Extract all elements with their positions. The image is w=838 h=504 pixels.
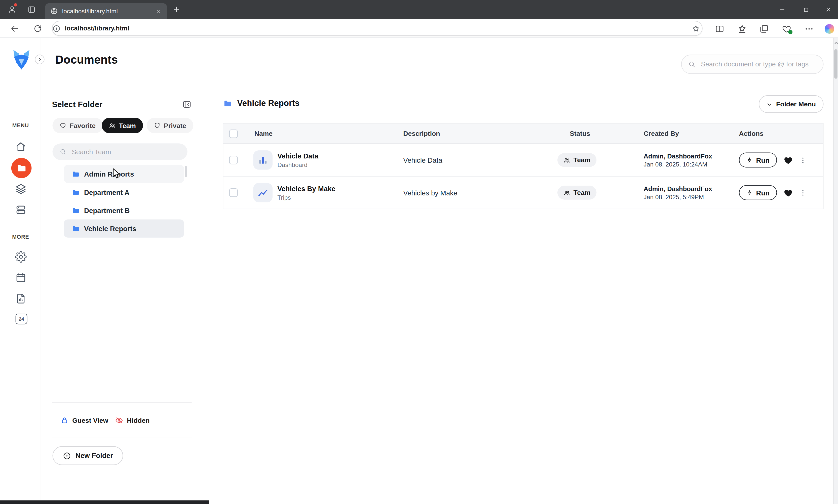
- new-folder-button[interactable]: New Folder: [53, 446, 123, 465]
- settings-more-icon[interactable]: [804, 24, 814, 34]
- document-name[interactable]: Vehicle Data: [277, 152, 318, 160]
- document-type: Dashboard: [277, 162, 318, 168]
- page-scrollbar-thumb[interactable]: [834, 49, 837, 79]
- run-button[interactable]: Run: [739, 152, 777, 167]
- hidden-toggle[interactable]: Hidden: [115, 416, 150, 424]
- document-name[interactable]: Vehicles By Make: [277, 185, 335, 193]
- status-label: Team: [574, 156, 591, 164]
- content-header: Vehicle Reports: [223, 98, 299, 108]
- favorite-heart-button[interactable]: [783, 187, 794, 198]
- status-badge: Team: [557, 153, 596, 167]
- tab-favorite-label: Favorite: [70, 122, 95, 129]
- select-all-checkbox[interactable]: [229, 129, 238, 138]
- folder-icon: [72, 206, 80, 214]
- created-by: Admin, DashboardFox: [644, 152, 712, 160]
- team-search[interactable]: [53, 143, 188, 160]
- folder-menu-button[interactable]: Folder Menu: [759, 95, 823, 113]
- lightning-icon: [746, 190, 753, 196]
- sidebar-item-settings[interactable]: [15, 251, 27, 263]
- window-minimize-button[interactable]: [771, 0, 793, 19]
- sidebar-item-data-sources[interactable]: [15, 204, 27, 216]
- hidden-label: Hidden: [127, 416, 150, 424]
- column-header-description[interactable]: Description: [403, 130, 440, 137]
- table-header-row: Name Description Status Created By Actio…: [223, 124, 823, 144]
- favorites-hub-icon[interactable]: [737, 24, 747, 34]
- run-button[interactable]: Run: [739, 185, 777, 200]
- folder-item-department-a[interactable]: Department A: [64, 183, 184, 201]
- document-type: Trips: [277, 194, 335, 201]
- current-folder-title: Vehicle Reports: [237, 98, 299, 108]
- favorite-heart-button[interactable]: [783, 155, 794, 165]
- new-tab-button[interactable]: [172, 5, 180, 13]
- window-close-button[interactable]: [819, 0, 838, 19]
- column-header-created-by[interactable]: Created By: [644, 130, 679, 137]
- column-header-name[interactable]: Name: [255, 130, 273, 137]
- browser-tab[interactable]: localhost/library.html: [45, 3, 167, 19]
- panel-vertical-divider: [209, 38, 209, 504]
- split-screen-icon[interactable]: [715, 24, 724, 34]
- workspaces-icon[interactable]: [28, 5, 36, 14]
- tab-favorite[interactable]: Favorite: [53, 118, 103, 133]
- folder-item-admin-reports[interactable]: Admin Reports: [64, 165, 184, 183]
- status-label: Team: [574, 189, 591, 196]
- column-header-actions: Actions: [739, 130, 764, 137]
- scrollbar-up-arrow-icon[interactable]: [834, 41, 838, 44]
- panel-divider: [52, 402, 192, 403]
- copilot-icon[interactable]: [825, 24, 834, 33]
- search-icon: [59, 148, 67, 155]
- folder-item-department-b[interactable]: Department B: [64, 201, 184, 219]
- url-text[interactable]: localhost/library.html: [65, 25, 692, 32]
- tab-title: localhost/library.html: [62, 8, 156, 15]
- sidebar-item-home[interactable]: [15, 141, 27, 152]
- documents-table: Name Description Status Created By Actio…: [223, 123, 823, 209]
- document-search-input[interactable]: [700, 60, 817, 68]
- browser-essentials-icon[interactable]: [782, 24, 791, 34]
- tab-private[interactable]: Private: [147, 118, 193, 133]
- row-checkbox[interactable]: [229, 156, 238, 164]
- profile-notification-dot: [14, 3, 17, 6]
- table-row[interactable]: Vehicle Data Dashboard Vehicle Data Team…: [223, 144, 823, 177]
- new-folder-label: New Folder: [75, 452, 113, 460]
- heart-icon: [59, 122, 67, 129]
- row-checkbox[interactable]: [229, 188, 238, 197]
- panel-divider: [52, 438, 192, 438]
- collections-icon[interactable]: [759, 24, 769, 34]
- document-search[interactable]: [681, 55, 824, 74]
- guest-view-toggle[interactable]: Guest View: [60, 416, 108, 424]
- folder-menu-label: Folder Menu: [776, 100, 816, 108]
- page-scrollbar-track[interactable]: [833, 38, 838, 504]
- sidebar-item-reports[interactable]: [15, 293, 27, 305]
- sidebar-item-calendar[interactable]: [15, 272, 27, 284]
- document-description: Vehicles by Make: [403, 188, 457, 197]
- tab-team[interactable]: Team: [102, 118, 143, 133]
- run-label: Run: [756, 188, 770, 197]
- created-at: Jan 08, 2025, 5:49PM: [644, 194, 712, 200]
- page-title: Documents: [55, 54, 118, 67]
- mouse-cursor: [112, 168, 121, 179]
- panel-collapse-icon[interactable]: [182, 100, 192, 109]
- sidebar-item-documents[interactable]: [11, 158, 32, 178]
- people-icon: [563, 189, 570, 196]
- sidebar-expand-button[interactable]: [35, 55, 44, 64]
- search-icon: [688, 60, 696, 68]
- site-info-icon[interactable]: [53, 24, 60, 33]
- folder-list-scrollbar-thumb[interactable]: [185, 166, 187, 177]
- shield-icon: [154, 122, 161, 129]
- table-row[interactable]: Vehicles By Make Trips Vehicles by Make …: [223, 177, 823, 209]
- back-icon[interactable]: [10, 24, 19, 33]
- app-sidebar: MENU MORE 24: [0, 38, 41, 504]
- favorite-star-icon[interactable]: [692, 24, 700, 33]
- tab-close-icon[interactable]: [156, 8, 161, 14]
- folder-item-vehicle-reports[interactable]: Vehicle Reports: [64, 219, 184, 237]
- row-menu-icon[interactable]: [799, 188, 807, 197]
- sidebar-item-layers[interactable]: [15, 183, 27, 195]
- refresh-icon[interactable]: [33, 24, 42, 33]
- address-bar[interactable]: localhost/library.html: [52, 21, 702, 36]
- folder-item-label: Department A: [84, 188, 129, 196]
- column-header-status[interactable]: Status: [570, 130, 590, 137]
- row-menu-icon[interactable]: [799, 156, 807, 164]
- team-search-input[interactable]: [71, 147, 180, 156]
- bar-chart-icon: [253, 150, 273, 170]
- window-maximize-button[interactable]: [795, 0, 817, 19]
- sidebar-item-24-icon[interactable]: 24: [16, 313, 28, 324]
